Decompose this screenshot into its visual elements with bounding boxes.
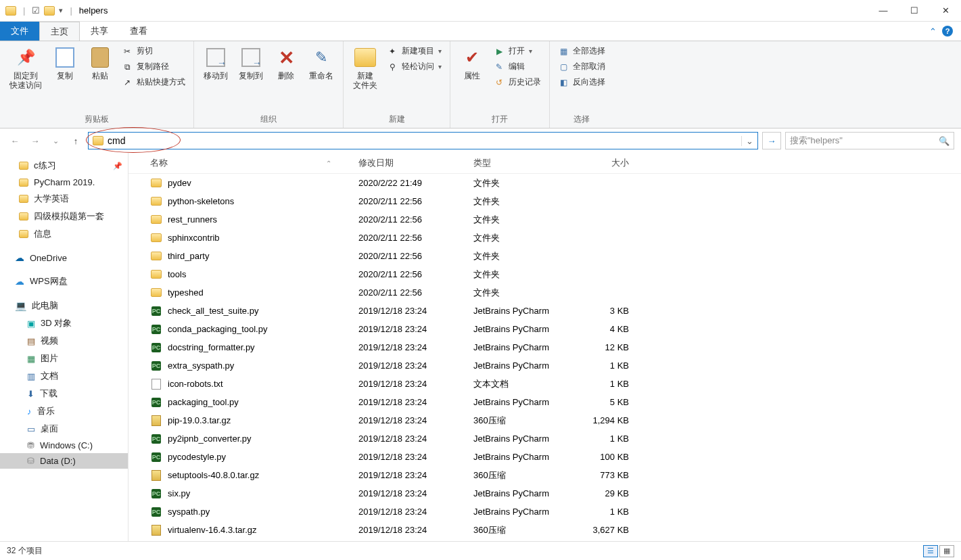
copyto-button[interactable]: 复制到 <box>235 44 267 83</box>
qat-folder-icon[interactable] <box>44 6 55 16</box>
table-row[interactable]: PCconda_packaging_tool.py2019/12/18 23:2… <box>128 320 961 338</box>
sidebar-item[interactable]: ▤视频 <box>0 332 128 350</box>
tab-home[interactable]: 主页 <box>39 22 80 41</box>
paste-shortcut-button[interactable]: ↗粘贴快捷方式 <box>119 75 188 89</box>
file-type: JetBrains PyCharm <box>467 393 575 411</box>
file-date: 2019/12/18 23:24 <box>352 484 467 503</box>
copypath-button[interactable]: ⧉复制路径 <box>119 60 188 74</box>
tab-share[interactable]: 共享 <box>80 22 119 41</box>
table-row[interactable]: PCpy2ipnb_converter.py2019/12/18 23:24Je… <box>128 429 961 448</box>
table-row[interactable]: pydev2020/2/22 21:49文件夹 <box>128 174 961 192</box>
edit-button[interactable]: ✎编辑 <box>491 60 544 74</box>
sidebar-item[interactable]: c练习📌 <box>0 157 128 174</box>
table-row[interactable]: virtualenv-16.4.3.tar.gz2019/12/18 23:24… <box>128 521 961 539</box>
table-row[interactable]: tools2020/2/11 22:56文件夹 <box>128 265 961 283</box>
minimize-button[interactable]: — <box>868 0 899 22</box>
history-button[interactable]: ↺历史记录 <box>491 75 544 89</box>
sidebar-item[interactable]: ⛃Windows (C:) <box>0 438 128 453</box>
address-go-button[interactable]: → <box>762 132 781 149</box>
invert-selection-button[interactable]: ◧反向选择 <box>555 75 608 89</box>
sidebar-item[interactable]: ▣3D 对象 <box>0 314 128 332</box>
sidebar-item[interactable]: PyCharm 2019. <box>0 174 128 190</box>
sidebar-item[interactable]: ▥文档 <box>0 367 128 385</box>
sidebar-item[interactable]: 大学英语 <box>0 190 128 208</box>
table-row[interactable]: python-skeletons2020/2/11 22:56文件夹 <box>128 192 961 210</box>
easy-access-icon: ⚲ <box>387 62 398 72</box>
table-row[interactable]: PCextra_syspath.py2019/12/18 23:24JetBra… <box>128 356 961 375</box>
sidebar-item[interactable]: 💻此电脑 <box>0 297 128 314</box>
moveto-button[interactable]: 移动到 <box>200 44 232 83</box>
ribbon-collapse-icon[interactable]: ⌃ <box>929 26 937 37</box>
nav-up-button[interactable]: ↑ <box>68 133 84 149</box>
table-row[interactable]: PCcheck_all_test_suite.py2019/12/18 23:2… <box>128 302 961 320</box>
sidebar-item-label: 下载 <box>40 388 57 400</box>
tab-view[interactable]: 查看 <box>119 22 158 41</box>
file-type: 文件夹 <box>467 210 575 230</box>
paste-icon <box>89 47 111 68</box>
delete-button[interactable]: ✕删除 <box>270 44 302 83</box>
col-type[interactable]: 类型 <box>467 153 575 173</box>
easy-access-button[interactable]: ⚲轻松访问 ▾ <box>384 60 444 74</box>
help-icon[interactable]: ? <box>942 26 953 37</box>
properties-button[interactable]: ✔属性 <box>456 44 488 83</box>
sidebar-item[interactable]: ▦图片 <box>0 350 128 367</box>
table-row[interactable]: pip-19.0.3.tar.gz2019/12/18 23:24360压缩1,… <box>128 411 961 429</box>
col-size[interactable]: 大小 <box>575 153 636 173</box>
open-button[interactable]: ▶打开 ▾ <box>491 44 544 58</box>
sidebar-item-label
: c练习 <box>34 160 56 172</box>
nav-back-button[interactable]: ← <box>7 133 23 149</box>
address-dropdown-icon[interactable]: ⌄ <box>741 136 757 146</box>
sidebar-item[interactable]: 信息 <box>0 225 128 243</box>
table-row[interactable]: rest_runners2020/2/11 22:56文件夹 <box>128 210 961 229</box>
tab-file[interactable]: 文件 <box>0 22 39 41</box>
search-box[interactable]: 搜索"helpers" 🔍 <box>785 132 954 149</box>
table-row[interactable]: typeshed2020/2/11 22:56文件夹 <box>128 283 961 302</box>
table-row[interactable]: PCpackaging_tool.py2019/12/18 23:24JetBr… <box>128 393 961 411</box>
file-size: 29 KB <box>575 484 636 503</box>
view-details-button[interactable]: ☰ <box>923 545 938 557</box>
address-input[interactable] <box>108 133 741 148</box>
new-folder-button[interactable]: 新建 文件夹 <box>349 44 381 93</box>
qat-checkbox-icon[interactable]: ☑ <box>32 5 40 16</box>
table-row[interactable]: PCpycodestyle.py2019/12/18 23:24JetBrain… <box>128 448 961 466</box>
maximize-button[interactable]: ☐ <box>899 0 930 22</box>
table-row[interactable]: setuptools-40.8.0.tar.gz2019/12/18 23:24… <box>128 466 961 484</box>
copyto-icon <box>240 47 262 68</box>
col-date[interactable]: 修改日期 <box>352 153 467 173</box>
column-headers: 名称⌃ 修改日期 类型 大小 <box>128 153 961 174</box>
file-date: 2020/2/11 22:56 <box>352 283 467 302</box>
sidebar-item[interactable]: ☁WPS网盘 <box>0 273 128 290</box>
sidebar-item[interactable]: ⬇下载 <box>0 385 128 402</box>
nav-recent-dropdown[interactable]: ⌄ <box>47 133 64 149</box>
sidebar-item[interactable]: ☁OneDrive <box>0 250 128 266</box>
file-date: 2019/12/18 23:24 <box>352 429 467 448</box>
copyto-label: 复制到 <box>239 71 263 80</box>
table-row[interactable]: third_party2020/2/11 22:56文件夹 <box>128 247 961 265</box>
qat-dropdown-icon[interactable]: ▾ <box>59 6 63 15</box>
select-none-button[interactable]: ▢全部取消 <box>555 60 608 74</box>
sidebar-item[interactable]: ▭桌面 <box>0 420 128 438</box>
view-icons-button[interactable]: ▦ <box>939 545 954 557</box>
pin-to-quickaccess-button[interactable]: 📌 固定到 快速访问 <box>5 44 46 93</box>
paste-button[interactable]: 粘贴 <box>84 44 116 83</box>
file-name: six.py <box>168 488 190 498</box>
sidebar-item[interactable]: ♪音乐 <box>0 402 128 420</box>
file-type: 文件夹 <box>467 228 575 248</box>
col-name[interactable]: 名称⌃ <box>128 153 352 173</box>
nav-forward-button[interactable]: → <box>27 133 43 149</box>
cut-button[interactable]: ✂剪切 <box>119 44 188 58</box>
sidebar-item[interactable]: 四级模拟题第一套 <box>0 208 128 225</box>
sidebar-item[interactable]: ⛁Data (D:) <box>0 453 128 469</box>
table-row[interactable]: icon-robots.txt2019/12/18 23:24文本文档1 KB <box>128 375 961 393</box>
table-row[interactable]: sphinxcontrib2020/2/11 22:56文件夹 <box>128 229 961 247</box>
new-item-button[interactable]: ✦新建项目 ▾ <box>384 44 444 58</box>
table-row[interactable]: PCdocstring_formatter.py2019/12/18 23:24… <box>128 338 961 356</box>
address-bar[interactable]: ⌄ <box>88 132 758 149</box>
table-row[interactable]: PCsyspath.py2019/12/18 23:24JetBrains Py… <box>128 503 961 521</box>
easy-access-label: 轻松访问 <box>402 61 434 72</box>
close-button[interactable]: ✕ <box>930 0 961 22</box>
table-row[interactable]: PCsix.py2019/12/18 23:24JetBrains PyChar… <box>128 484 961 503</box>
copy-button[interactable]: 复制 <box>49 44 81 83</box>
select-all-button[interactable]: ▦全部选择 <box>555 44 608 58</box>
rename-button[interactable]: ✎重命名 <box>305 44 337 83</box>
